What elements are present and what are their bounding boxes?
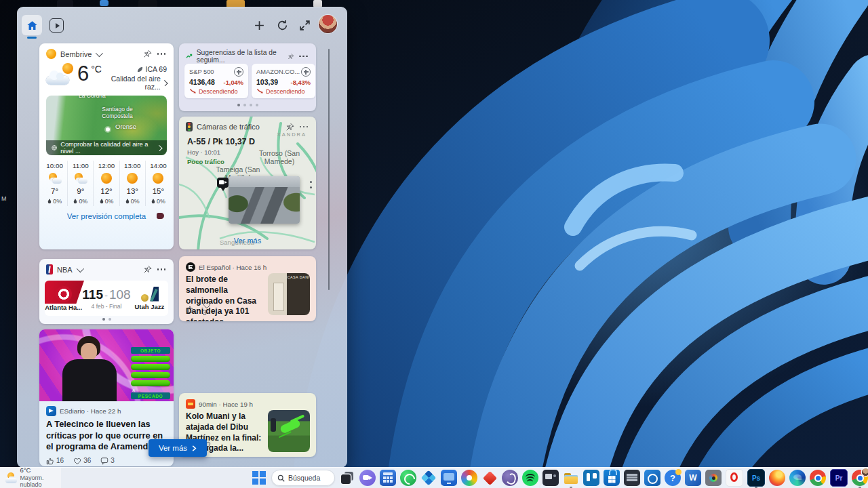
diamond-app-icon[interactable] [481, 470, 498, 486]
word-icon[interactable]: W [685, 470, 701, 486]
pin-icon[interactable] [143, 49, 152, 58]
get-help-icon[interactable]: ? [665, 470, 681, 486]
calculator-icon[interactable] [380, 470, 396, 486]
hour-column[interactable]: 13:00 13° 0% [119, 161, 145, 206]
paint-icon[interactable] [461, 470, 477, 486]
camera-app-icon[interactable] [705, 470, 722, 486]
esdiario-logo-icon [46, 406, 56, 416]
stocks-title: Sugerencias de la lista de seguim... [197, 49, 279, 64]
teams-chat-icon[interactable] [359, 470, 376, 486]
pagination-dots[interactable] [39, 318, 174, 321]
user-avatar[interactable] [319, 15, 337, 33]
kodi-icon[interactable] [420, 470, 437, 486]
edge-icon[interactable] [789, 470, 806, 486]
story-meta: El Español · Hace 16 h [199, 264, 267, 271]
heart-button[interactable]: 3 [203, 301, 211, 317]
widgets-video-tab[interactable] [50, 18, 64, 33]
more-options-icon[interactable] [156, 52, 167, 56]
remote-desktop-icon[interactable] [441, 470, 457, 486]
keyboard-app-icon[interactable] [624, 470, 640, 486]
see-more-button[interactable]: Ver más [149, 439, 207, 457]
chevron-right-icon [192, 445, 197, 451]
hour-column[interactable]: 11:00 9° 0% [67, 161, 93, 206]
like-button[interactable]: 16 [46, 457, 64, 465]
more-options-icon[interactable] [156, 267, 167, 272]
spotify-icon[interactable] [522, 470, 538, 486]
traffic-camera-snapshot[interactable] [229, 176, 300, 224]
file-explorer-icon[interactable] [563, 470, 579, 486]
task-view-button[interactable] [339, 470, 355, 486]
desktop-icon-label-fragment: M [1, 195, 7, 202]
air-quality-detail: Calidad del aire raz... [102, 75, 161, 91]
traffic-datetime: Hoy · 10:01 [187, 148, 255, 156]
pin-icon[interactable] [143, 265, 152, 274]
trello-icon[interactable] [583, 470, 599, 486]
weather-location: Bembrive [60, 50, 92, 58]
chrome-icon[interactable] [810, 470, 826, 486]
air-quality-map-cta[interactable]: Comprobar la calidad del aire a nivel ..… [46, 140, 167, 155]
heart-button[interactable]: 36 [73, 457, 91, 465]
traffic-status: Poco tráfico [187, 158, 255, 165]
chrome-profile-icon[interactable] [852, 470, 868, 486]
like-button[interactable] [186, 305, 194, 313]
firefox-icon[interactable] [769, 470, 785, 486]
air-quality-icon [137, 66, 143, 73]
comment-button[interactable]: 3 [100, 457, 115, 465]
microsoft-store-icon[interactable] [604, 470, 620, 486]
air-quality-map[interactable]: La Coruña Santiago de Compostela Orense … [46, 96, 167, 155]
chevron-right-icon[interactable] [161, 79, 167, 85]
screenshot-tool-icon[interactable] [542, 470, 559, 486]
outlook-icon[interactable] [644, 470, 660, 486]
photoshop-icon[interactable]: Ps [747, 469, 765, 487]
pin-icon[interactable] [285, 123, 294, 131]
stock-card[interactable]: AMAZON.CO... 103,39-8,43% Descendiendo [252, 64, 315, 98]
more-options-icon[interactable] [298, 54, 309, 59]
weather-sun-icon [46, 49, 56, 59]
widgets-home-tab[interactable] [22, 15, 42, 35]
pin-icon[interactable] [288, 52, 294, 61]
hawks-logo-icon [56, 286, 72, 302]
expand-button[interactable] [299, 20, 311, 31]
traffic-more-link[interactable]: Ver más [179, 237, 316, 245]
news-card-elespanol[interactable]: El Español · Hace 16 h El brote de salmo… [179, 256, 316, 321]
stocks-widget[interactable]: Sugerencias de la lista de seguim... S&P… [179, 43, 316, 111]
camera-pagination-dots[interactable] [310, 178, 312, 192]
taskbar-weather-button[interactable]: 6°C Mayorm. nublado [0, 468, 61, 488]
tv-presenter-figure [62, 336, 117, 401]
stock-card[interactable]: S&P 500 4136,48-1,04% Descendiendo [184, 64, 248, 98]
pagination-dots[interactable] [179, 104, 316, 106]
bittorrent-icon[interactable] [502, 470, 518, 486]
taskbar: 6°C Mayorm. nublado Búsqueda [0, 467, 868, 488]
heart-icon [73, 457, 81, 465]
opera-icon[interactable] [726, 469, 743, 487]
hour-column[interactable]: 10:00 7° 0% [42, 161, 67, 206]
traffic-widget[interactable]: Cámaras de tráfico XANDRA A-55 / Pk 10,3… [179, 117, 316, 249]
premiere-icon[interactable]: Pr [830, 469, 848, 487]
desktop: M Bembrive 6 °C [0, 0, 868, 488]
add-to-watchlist-icon[interactable] [301, 67, 311, 77]
hour-column[interactable]: 14:00 15° 0% [145, 161, 171, 206]
hourly-forecast: 10:00 7° 0% 11:00 9° 0% 12:00 12° 0% [42, 161, 171, 206]
more-options-icon[interactable] [298, 125, 310, 129]
story-meta: 90min · Hace 19 h [199, 401, 253, 408]
weather-widget[interactable]: Bembrive 6 °C ICA 69 Calidad del aire ra… [39, 43, 174, 249]
chevron-down-icon[interactable] [96, 49, 103, 56]
hour-column[interactable]: 12:00 12° 0% [93, 161, 119, 206]
add-to-watchlist-icon[interactable] [234, 67, 243, 77]
traffic-camera-marker[interactable] [217, 178, 229, 188]
board-label: OBJETO [131, 347, 170, 354]
taskbar-search[interactable]: Búsqueda [271, 470, 335, 486]
weather-provider-icon [157, 213, 164, 219]
nba-title: NBA [57, 266, 73, 274]
panel-scrollbar[interactable] [328, 49, 330, 290]
add-widget-button[interactable] [254, 20, 265, 31]
start-button[interactable] [251, 470, 267, 486]
nba-widget[interactable]: NBA Atlanta Ha... 115-108 4 feb - Final [39, 259, 174, 324]
nba-logo-icon [46, 264, 53, 274]
whatsapp-icon[interactable] [400, 470, 416, 486]
chevron-down-icon[interactable] [76, 264, 83, 272]
nba-game-card[interactable]: Atlanta Ha... 115-108 4 feb - Final Utah… [45, 281, 168, 316]
refresh-button[interactable] [277, 20, 288, 31]
full-forecast-link[interactable]: Ver previsión completa [39, 212, 174, 220]
ps-glyph: Ps [752, 474, 760, 482]
